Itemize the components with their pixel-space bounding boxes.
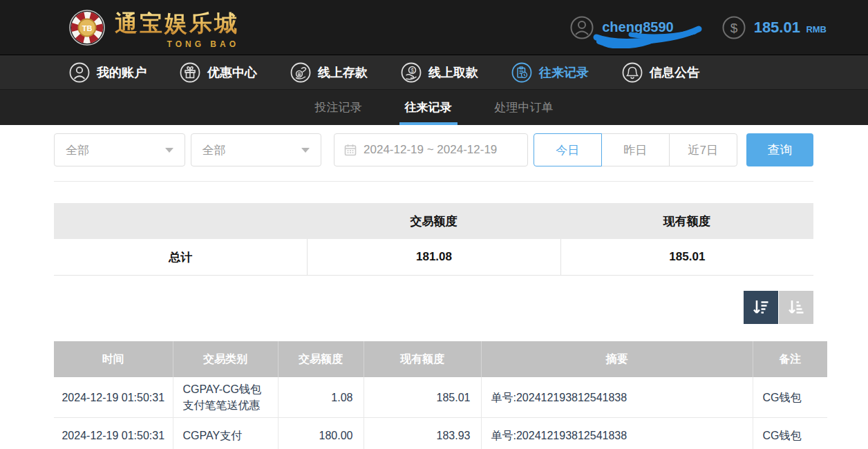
cell-note: CG钱包	[753, 377, 827, 418]
col-header-category: 交易类别	[173, 341, 278, 377]
cell-amount: 1.08	[278, 377, 364, 418]
filter-row: 全部 全部 2024-12-19 ~ 2024-12-19 今日 昨日 近7日 …	[54, 133, 813, 166]
summary-header-row: 交易额度 现有额度	[54, 203, 813, 239]
type-select[interactable]: 全部	[54, 133, 185, 166]
sort-descending-icon	[751, 298, 771, 317]
bell-icon	[622, 62, 643, 83]
sort-ascending-button[interactable]	[779, 291, 813, 324]
sort-controls	[54, 291, 813, 324]
records-clipboard-clock-icon	[511, 62, 532, 83]
svg-text:$: $	[411, 66, 414, 73]
withdraw-hand-dollar-icon: $	[401, 62, 422, 83]
summary-total-label: 总计	[54, 239, 307, 275]
site-title: 通宝娱乐城	[115, 8, 239, 39]
nav-item-promotions[interactable]: 优惠中心	[180, 62, 257, 83]
tab-transaction-records[interactable]: 往来记录	[404, 90, 453, 125]
balance-display[interactable]: $ 185.01 RMB	[722, 16, 827, 39]
site-subtitle: TONG BAO	[167, 39, 239, 49]
records-table: 时间 交易类别 交易额度 现有额度 摘要 备注 2024-12-19 01:50…	[54, 341, 827, 449]
main-nav: 我的账户 优惠中心 线上存款 $ 线上取款	[0, 55, 868, 90]
cell-category: CGPAY-CG钱包支付笔笔送优惠	[173, 377, 278, 418]
cell-summary: 单号:202412193812541838	[481, 377, 753, 418]
balance-currency: RMB	[806, 24, 827, 35]
top-bar: TB 通宝娱乐城 TONG BAO cheng8590	[0, 0, 868, 55]
nav-item-deposit[interactable]: 线上存款	[290, 62, 368, 83]
category-select[interactable]: 全部	[191, 133, 322, 166]
summary-table: 交易额度 现有额度 总计 181.08 185.01	[54, 203, 813, 276]
chevron-down-icon	[301, 148, 310, 153]
calendar-icon	[344, 144, 357, 156]
quick-date-group: 今日 昨日 近7日	[534, 133, 737, 166]
summary-header-transaction: 交易额度	[307, 203, 560, 239]
summary-transaction-total: 181.08	[307, 239, 560, 275]
col-header-balance: 现有额度	[364, 341, 481, 377]
date-range-input[interactable]: 2024-12-19 ~ 2024-12-19	[334, 133, 528, 166]
cell-time: 2024-12-19 01:50:31	[54, 418, 173, 449]
username-text: cheng8590	[602, 19, 673, 35]
deposit-hand-coin-icon	[290, 62, 311, 83]
gift-icon	[180, 62, 200, 83]
svg-text:TB: TB	[82, 24, 93, 32]
cell-summary: 单号:202412193812541838	[481, 418, 753, 449]
cell-note: CG钱包	[753, 418, 827, 449]
col-header-time: 时间	[54, 341, 173, 377]
summary-header-blank	[54, 203, 307, 239]
table-row: 2024-12-19 01:50:31 CGPAY-CG钱包支付笔笔送优惠 1.…	[54, 377, 827, 418]
col-header-note: 备注	[753, 341, 827, 377]
sort-ascending-icon	[786, 298, 806, 317]
cell-amount: 180.00	[278, 418, 364, 449]
svg-text:$: $	[730, 21, 737, 35]
user-icon	[570, 16, 594, 39]
summary-balance-total: 185.01	[560, 239, 813, 275]
tab-betting-records[interactable]: 投注记录	[314, 90, 364, 125]
nav-item-transaction-records[interactable]: 往来记录	[511, 62, 589, 83]
nav-item-withdraw[interactable]: $ 线上取款	[401, 62, 478, 83]
cell-balance: 185.01	[364, 377, 481, 418]
section-divider	[54, 181, 813, 182]
today-button[interactable]: 今日	[534, 133, 602, 166]
col-header-summary: 摘要	[481, 341, 753, 377]
nav-item-my-account[interactable]: 我的账户	[69, 62, 147, 83]
summary-total-row: 总计 181.08 185.01	[54, 239, 813, 276]
chevron-down-icon	[165, 148, 173, 153]
poker-chip-icon: TB	[69, 10, 105, 46]
tab-pending-orders[interactable]: 处理中订单	[493, 90, 555, 125]
col-header-amount: 交易额度	[278, 341, 364, 377]
search-button[interactable]: 查询	[746, 133, 813, 166]
cell-balance: 183.93	[364, 418, 481, 449]
yesterday-button[interactable]: 昨日	[601, 133, 670, 166]
balance-amount: 185.01	[754, 19, 800, 36]
cell-category: CGPAY支付	[173, 418, 278, 449]
nav-item-announcements[interactable]: 信息公告	[622, 62, 699, 83]
user-account[interactable]: cheng8590	[570, 16, 673, 39]
table-header-row: 时间 交易类别 交易额度 现有额度 摘要 备注	[54, 341, 827, 377]
user-icon	[69, 62, 90, 83]
last7days-button[interactable]: 近7日	[669, 133, 737, 166]
dollar-coin-icon: $	[722, 16, 746, 39]
table-row: 2024-12-19 01:50:31 CGPAY支付 180.00 183.9…	[54, 418, 827, 449]
site-logo[interactable]: TB 通宝娱乐城 TONG BAO	[69, 8, 239, 46]
summary-header-balance: 现有额度	[560, 203, 813, 239]
record-tabs: 投注记录 往来记录 处理中订单	[0, 90, 868, 125]
sort-descending-button[interactable]	[744, 291, 778, 324]
cell-time: 2024-12-19 01:50:31	[54, 377, 173, 418]
main-content: 全部 全部 2024-12-19 ~ 2024-12-19 今日 昨日 近7日 …	[0, 125, 868, 449]
